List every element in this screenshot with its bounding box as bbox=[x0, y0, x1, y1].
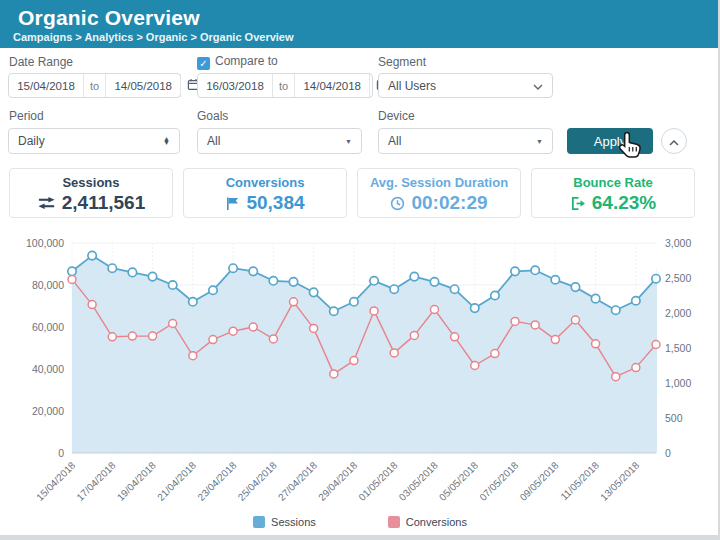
stepper-icon: ▲▼ bbox=[163, 137, 170, 146]
compare-to-cell bbox=[294, 74, 369, 97]
legend-item-sessions[interactable]: Sessions bbox=[253, 516, 316, 528]
date-from-input[interactable] bbox=[15, 79, 77, 93]
compare-checkbox[interactable]: ✓ bbox=[197, 57, 210, 70]
kpi-label: Bounce Rate bbox=[532, 175, 694, 190]
svg-text:27/04/2018: 27/04/2018 bbox=[276, 459, 319, 502]
goals-select[interactable]: All ▼ bbox=[197, 128, 362, 154]
date-to-cell bbox=[105, 74, 180, 97]
compare-to-label: Compare to bbox=[215, 54, 278, 68]
page-title: Organic Overview bbox=[18, 6, 200, 30]
compare-from-input[interactable] bbox=[204, 79, 266, 93]
svg-text:500: 500 bbox=[665, 412, 683, 424]
svg-text:80,000: 80,000 bbox=[32, 279, 64, 291]
svg-text:07/05/2018: 07/05/2018 bbox=[477, 459, 520, 502]
kpi-value: 50,384 bbox=[246, 192, 304, 214]
svg-text:2,500: 2,500 bbox=[665, 272, 691, 284]
swap-arrows-icon bbox=[37, 196, 56, 210]
check-icon: ✓ bbox=[199, 58, 207, 69]
chevron-down-icon bbox=[533, 79, 543, 93]
svg-text:19/04/2018: 19/04/2018 bbox=[115, 459, 158, 502]
date-range-label: Date Range bbox=[9, 55, 73, 69]
device-value: All bbox=[388, 134, 401, 148]
kpi-card-avg-session-duration: Avg. Session Duration 00:02:29 bbox=[357, 168, 521, 218]
chart-canvas: 100,00080,00060,00040,00020,00003,0002,5… bbox=[0, 230, 720, 515]
svg-text:13/05/2018: 13/05/2018 bbox=[598, 459, 641, 502]
page-header: Organic Overview Campaigns > Analytics >… bbox=[0, 0, 720, 48]
svg-text:23/04/2018: 23/04/2018 bbox=[195, 459, 238, 502]
device-select[interactable]: All ▼ bbox=[378, 128, 553, 154]
kpi-card-conversions: Conversions 50,384 bbox=[183, 168, 347, 218]
window-bottom-edge bbox=[0, 535, 720, 540]
svg-text:03/05/2018: 03/05/2018 bbox=[397, 459, 440, 502]
svg-text:15/04/2018: 15/04/2018 bbox=[34, 459, 77, 502]
svg-text:25/04/2018: 25/04/2018 bbox=[236, 459, 279, 502]
kpi-label: Conversions bbox=[184, 175, 346, 190]
kpi-value: 00:02:29 bbox=[411, 192, 487, 214]
device-label: Device bbox=[378, 109, 415, 123]
chevron-down-icon: ▼ bbox=[536, 138, 543, 145]
sessions-conversions-chart: 100,00080,00060,00040,00020,00003,0002,5… bbox=[0, 230, 720, 515]
date-from-cell bbox=[9, 74, 83, 97]
collapse-panel-button[interactable] bbox=[661, 128, 687, 154]
apply-button[interactable]: Apply bbox=[567, 128, 653, 154]
svg-text:1,000: 1,000 bbox=[665, 377, 691, 389]
goals-value: All bbox=[207, 134, 220, 148]
kpi-label: Sessions bbox=[10, 175, 172, 190]
svg-text:0: 0 bbox=[58, 447, 64, 459]
svg-text:09/05/2018: 09/05/2018 bbox=[518, 459, 561, 502]
compare-to-control[interactable]: ✓Compare to bbox=[197, 54, 278, 70]
svg-text:20,000: 20,000 bbox=[32, 405, 64, 417]
organic-overview-page: Organic Overview Campaigns > Analytics >… bbox=[0, 0, 720, 540]
goals-label: Goals bbox=[197, 109, 228, 123]
kpi-label: Avg. Session Duration bbox=[358, 175, 520, 190]
svg-text:21/04/2018: 21/04/2018 bbox=[155, 459, 198, 502]
svg-text:100,000: 100,000 bbox=[26, 237, 64, 249]
svg-text:3,000: 3,000 bbox=[665, 237, 691, 249]
svg-text:1,500: 1,500 bbox=[665, 342, 691, 354]
date-range-group: to ▼ bbox=[8, 73, 181, 98]
chevron-down-icon: ▼ bbox=[345, 138, 352, 145]
compare-range-group: to ▼ bbox=[197, 73, 373, 98]
breadcrumb: Campaigns > Analytics > Organic > Organi… bbox=[13, 31, 294, 43]
period-value: Daily bbox=[18, 134, 45, 148]
exit-icon bbox=[570, 196, 586, 211]
date-to-input[interactable] bbox=[112, 79, 174, 93]
period-select[interactable]: Daily ▲▼ bbox=[8, 128, 180, 154]
svg-text:01/05/2018: 01/05/2018 bbox=[356, 459, 399, 502]
legend-swatch-conversions bbox=[388, 516, 400, 528]
kpi-value: 2,411,561 bbox=[62, 192, 145, 214]
date-to-label: to bbox=[83, 74, 105, 97]
kpi-value: 64.23% bbox=[592, 192, 656, 214]
chevron-up-icon bbox=[669, 132, 679, 150]
period-label: Period bbox=[9, 109, 44, 123]
svg-text:29/04/2018: 29/04/2018 bbox=[316, 459, 359, 502]
svg-text:05/05/2018: 05/05/2018 bbox=[437, 459, 480, 502]
legend-label: Sessions bbox=[271, 516, 316, 528]
legend-swatch-sessions bbox=[253, 516, 265, 528]
compare-to-sep-label: to bbox=[272, 74, 294, 97]
svg-text:0: 0 bbox=[665, 447, 671, 459]
svg-text:2,000: 2,000 bbox=[665, 307, 691, 319]
segment-value: All Users bbox=[388, 79, 436, 93]
svg-text:40,000: 40,000 bbox=[32, 363, 64, 375]
svg-text:17/04/2018: 17/04/2018 bbox=[75, 459, 118, 502]
legend-item-conversions[interactable]: Conversions bbox=[388, 516, 467, 528]
compare-from-cell bbox=[198, 74, 272, 97]
compare-to-input[interactable] bbox=[301, 79, 363, 93]
chart-legend: Sessions Conversions bbox=[0, 516, 720, 528]
legend-label: Conversions bbox=[406, 516, 467, 528]
clock-icon bbox=[390, 196, 405, 211]
flag-icon bbox=[225, 196, 240, 211]
svg-text:11/05/2018: 11/05/2018 bbox=[558, 459, 601, 502]
kpi-card-bounce-rate: Bounce Rate 64.23% bbox=[531, 168, 695, 218]
segment-label: Segment bbox=[378, 55, 426, 69]
kpi-card-sessions: Sessions 2,411,561 bbox=[9, 168, 173, 218]
segment-select[interactable]: All Users bbox=[378, 73, 553, 98]
svg-text:60,000: 60,000 bbox=[32, 321, 64, 333]
